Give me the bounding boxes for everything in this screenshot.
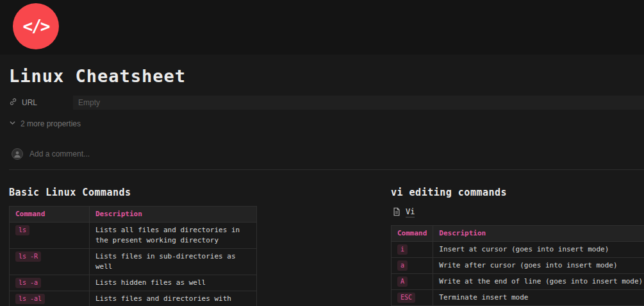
command-code: ls -a — [15, 278, 41, 288]
command-column-header: Command — [392, 226, 433, 242]
command-description: Write at the end of line (goes into inse… — [433, 273, 644, 289]
table-header-row: Command Description — [392, 226, 644, 242]
command-code: A — [397, 276, 408, 287]
command-description: Lists files in sub-directories as well — [90, 248, 257, 275]
url-property-label[interactable]: URL — [9, 98, 73, 108]
table-row: ls -a Lists hidden files as well — [10, 275, 257, 291]
table-row: A Write at the end of line (goes into in… — [392, 273, 644, 289]
vi-page-link-label: Vi — [406, 207, 415, 217]
table-header-row: Command Description — [10, 207, 257, 223]
divider — [9, 169, 644, 170]
basic-commands-section: Basic Linux Commands Command Description… — [9, 187, 257, 306]
url-label-text: URL — [22, 98, 37, 107]
more-properties-label: 2 more properties — [21, 119, 81, 128]
command-code: ESC — [397, 293, 415, 303]
vi-page-link[interactable]: Vi — [392, 206, 644, 219]
command-column-header: Command — [10, 207, 90, 223]
table-row: a Write after cursor (goes into insert m… — [392, 257, 644, 273]
table-row: ls -R Lists files in sub-directories as … — [10, 248, 257, 275]
command-code: i — [397, 244, 408, 255]
basic-commands-heading: Basic Linux Commands — [9, 187, 257, 198]
table-row: i Insert at cursor (goes into insert mod… — [392, 241, 644, 257]
command-code: ls -al — [15, 294, 45, 304]
command-description: Write after cursor (goes into insert mod… — [433, 257, 644, 273]
page-cover-banner: </> — [0, 0, 644, 55]
command-description: Terminate insert mode — [433, 289, 644, 305]
vi-commands-section: vi editing commands Vi Command Descripti… — [391, 187, 644, 306]
chevron-down-icon — [9, 119, 16, 128]
table-row: ls -al Lists files and directories with … — [10, 291, 257, 306]
page-document-icon — [392, 207, 401, 219]
more-properties-toggle[interactable]: 2 more properties — [9, 117, 644, 131]
code-icon: </> — [23, 17, 49, 36]
command-code: a — [397, 260, 408, 271]
vi-commands-table: Command Description i Insert at cursor (… — [391, 225, 644, 306]
comment-row: Add a comment... — [12, 146, 644, 162]
url-property-value[interactable]: Empty — [73, 96, 644, 110]
avatar-icon — [12, 148, 23, 160]
basic-commands-table: Command Description ls Lists all files a… — [9, 206, 257, 306]
page-icon[interactable]: </> — [13, 3, 59, 49]
command-description: Insert at cursor (goes into insert mode) — [433, 241, 644, 257]
description-column-header: Description — [90, 207, 257, 223]
command-description: Lists hidden files as well — [90, 275, 257, 291]
table-row: ESC Terminate insert mode — [392, 289, 644, 305]
url-property-row: URL Empty — [9, 95, 644, 110]
link-icon — [9, 98, 17, 108]
page-title[interactable]: Linux Cheatsheet — [9, 66, 644, 86]
command-code: ls — [15, 225, 29, 235]
add-comment-input[interactable]: Add a comment... — [29, 149, 644, 158]
command-code: ls -R — [15, 251, 41, 262]
vi-commands-heading: vi editing commands — [391, 187, 644, 198]
command-description: Lists files and directories with detaile… — [90, 291, 257, 306]
description-column-header: Description — [433, 226, 644, 242]
table-row: ls Lists all files and directories in th… — [10, 222, 257, 248]
command-description: Lists all files and directories in the p… — [90, 222, 257, 248]
